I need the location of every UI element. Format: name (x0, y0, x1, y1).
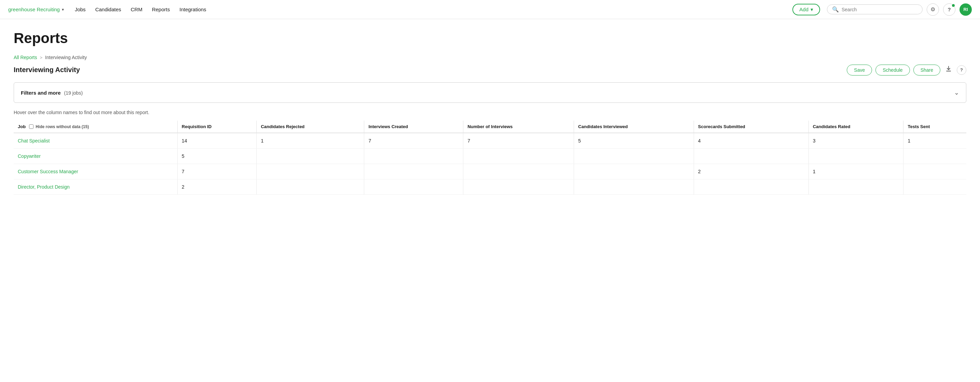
nav-jobs[interactable]: Jobs (75, 6, 86, 12)
col-job: Job Hide rows without data (15) (14, 121, 177, 133)
breadcrumb-current: Interviewing Activity (45, 55, 87, 60)
cell-job: Copywriter (14, 149, 177, 164)
cell-candidates-rejected (257, 179, 364, 195)
page-title: Reports (14, 30, 966, 46)
job-link[interactable]: Chat Specialist (18, 138, 49, 143)
settings-button[interactable]: ⚙ (927, 3, 939, 16)
nav-reports[interactable]: Reports (152, 6, 170, 12)
cell-tests-sent: 1 (904, 133, 966, 149)
cell-scorecards-submitted: 4 (694, 133, 808, 149)
table-body: Chat Specialist 14 1 7 7 5 4 3 1 Copywri… (14, 133, 966, 195)
nav-crm[interactable]: CRM (131, 6, 143, 12)
add-chevron-icon: ▾ (810, 6, 813, 13)
col-requisition-id: Requisition ID (177, 121, 257, 133)
table-header-row: Job Hide rows without data (15) Requisit… (14, 121, 966, 133)
nav-integrations[interactable]: Integrations (180, 6, 206, 12)
hide-rows-checkbox-label[interactable]: Hide rows without data (15) (29, 124, 89, 129)
table-container: Job Hide rows without data (15) Requisit… (14, 121, 966, 195)
save-button[interactable]: Save (847, 65, 872, 75)
breadcrumb-all-reports[interactable]: All Reports (14, 55, 37, 60)
col-number-of-interviews: Number of Interviews (463, 121, 574, 133)
nav-candidates[interactable]: Candidates (95, 6, 121, 12)
cell-candidates-rated (808, 179, 904, 195)
cell-candidates-rated (808, 149, 904, 164)
cell-interviews-created (364, 164, 463, 179)
cell-candidates-rejected: 1 (257, 133, 364, 149)
brand[interactable]: greenhouse Recruiting ▾ (8, 6, 64, 12)
job-link[interactable]: Copywriter (18, 153, 41, 159)
brand-name-accent: Recruiting (37, 6, 60, 12)
col-candidates-interviewed: Candidates Interviewed (574, 121, 694, 133)
cell-candidates-interviewed (574, 179, 694, 195)
report-header: Interviewing Activity Save Schedule Shar… (14, 64, 966, 75)
cell-candidates-rejected (257, 164, 364, 179)
cell-candidates-rated: 3 (808, 133, 904, 149)
table-row: Copywriter 5 (14, 149, 966, 164)
breadcrumb-separator: > (40, 55, 42, 60)
hide-rows-label: Hide rows without data (15) (35, 124, 89, 129)
cell-tests-sent (904, 179, 966, 195)
schedule-button[interactable]: Schedule (875, 65, 910, 75)
cell-scorecards-submitted (694, 179, 808, 195)
help-button[interactable]: ? (943, 3, 955, 16)
table-row: Director, Product Design 2 (14, 179, 966, 195)
help-report-button[interactable]: ? (957, 65, 966, 75)
nav-links: Jobs Candidates CRM Reports Integrations (75, 6, 792, 12)
col-tests-sent: Tests Sent (904, 121, 966, 133)
cell-interviews-created (364, 179, 463, 195)
cell-job: Chat Specialist (14, 133, 177, 149)
filters-label: Filters and more (21, 90, 61, 96)
cell-number-of-interviews (463, 179, 574, 195)
cell-tests-sent (904, 164, 966, 179)
hint-text: Hover over the column names to find out … (14, 110, 966, 115)
cell-tests-sent (904, 149, 966, 164)
col-candidates-rated: Candidates Rated (808, 121, 904, 133)
filters-chevron-icon: ⌄ (954, 89, 959, 96)
col-scorecards-submitted: Scorecards Submitted (694, 121, 808, 133)
report-actions: Save Schedule Share ? (847, 64, 966, 75)
gear-icon-wrap: ⚙ (927, 3, 939, 16)
brand-text: greenhouse Recruiting (8, 6, 60, 12)
hide-rows-checkbox[interactable] (29, 124, 33, 129)
col-candidates-rejected: Candidates Rejected (257, 121, 364, 133)
job-link[interactable]: Customer Success Manager (18, 169, 78, 174)
help-icon-wrap: ? (943, 3, 955, 16)
cell-interviews-created: 7 (364, 133, 463, 149)
cell-number-of-interviews (463, 164, 574, 179)
cell-candidates-rejected (257, 149, 364, 164)
search-box[interactable]: 🔍 (827, 5, 923, 14)
navbar: greenhouse Recruiting ▾ Jobs Candidates … (0, 0, 980, 19)
nav-right: 🔍 ⚙ ? RI (827, 3, 972, 16)
col-interviews-created: Interviews Created (364, 121, 463, 133)
cell-interviews-created (364, 149, 463, 164)
search-icon: 🔍 (832, 6, 839, 13)
add-label: Add (799, 6, 808, 12)
cell-requisition-id: 7 (177, 164, 257, 179)
cell-candidates-interviewed (574, 149, 694, 164)
breadcrumb: All Reports > Interviewing Activity (14, 55, 966, 60)
filters-count: (19 jobs) (64, 90, 83, 96)
download-button[interactable] (944, 64, 953, 75)
cell-candidates-interviewed (574, 164, 694, 179)
cell-requisition-id: 5 (177, 149, 257, 164)
search-input[interactable] (842, 7, 918, 12)
report-table: Job Hide rows without data (15) Requisit… (14, 121, 966, 195)
avatar[interactable]: RI (959, 3, 972, 16)
share-button[interactable]: Share (913, 65, 940, 75)
table-row: Customer Success Manager 7 2 1 (14, 164, 966, 179)
add-button[interactable]: Add ▾ (792, 4, 820, 15)
filters-bar[interactable]: Filters and more (19 jobs) ⌄ (14, 82, 966, 103)
table-row: Chat Specialist 14 1 7 7 5 4 3 1 (14, 133, 966, 149)
brand-name-plain: greenhouse (8, 6, 35, 12)
download-icon (945, 65, 952, 72)
report-title: Interviewing Activity (14, 66, 80, 74)
job-link[interactable]: Director, Product Design (18, 184, 70, 189)
cell-job: Customer Success Manager (14, 164, 177, 179)
cell-candidates-rated: 1 (808, 164, 904, 179)
cell-requisition-id: 14 (177, 133, 257, 149)
cell-requisition-id: 2 (177, 179, 257, 195)
filters-label-group: Filters and more (19 jobs) (21, 90, 83, 96)
notification-dot (952, 4, 955, 7)
cell-number-of-interviews (463, 149, 574, 164)
brand-dropdown-icon[interactable]: ▾ (62, 7, 64, 12)
